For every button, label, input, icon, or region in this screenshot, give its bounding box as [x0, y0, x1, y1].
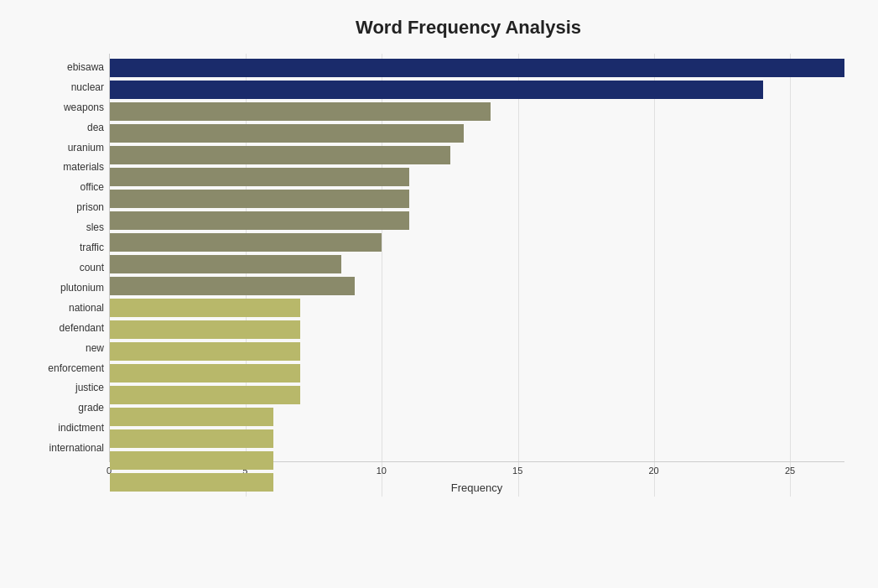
y-label: enforcement	[48, 358, 104, 378]
y-label: dea	[87, 117, 104, 138]
bar	[110, 299, 300, 317]
bar	[110, 59, 844, 77]
bar-row	[110, 122, 844, 144]
y-label: grade	[78, 398, 104, 418]
chart-container: Word Frequency Analysis ebisawanuclearwe…	[0, 0, 878, 588]
bar	[110, 233, 382, 252]
bar	[110, 211, 409, 230]
bar-row	[110, 166, 844, 188]
bar-row	[110, 297, 844, 319]
y-label: defendant	[60, 318, 104, 338]
bar-row	[110, 210, 844, 232]
bar	[110, 386, 300, 404]
bar-row	[110, 450, 844, 471]
bar	[110, 342, 300, 361]
bar	[110, 473, 273, 492]
bar-row	[110, 406, 844, 428]
bar-row	[110, 253, 844, 275]
bar-row	[110, 471, 844, 493]
bar-row	[110, 275, 844, 297]
bar	[110, 408, 273, 426]
bar-row	[110, 362, 844, 384]
chart-title: Word Frequency Analysis	[92, 17, 844, 39]
bar-row	[110, 101, 844, 122]
bar-row	[110, 188, 844, 210]
plot-area	[109, 54, 844, 461]
y-label: traffic	[80, 237, 104, 258]
y-label: ebisawa	[67, 57, 104, 77]
y-label: weapons	[64, 97, 104, 117]
bar	[110, 277, 355, 295]
bar	[110, 81, 763, 99]
bar-row	[110, 428, 844, 450]
bar	[110, 451, 273, 470]
y-label: justice	[75, 378, 104, 398]
y-label: office	[81, 177, 104, 197]
y-label: materials	[63, 158, 104, 178]
bar	[110, 364, 300, 382]
y-label: nuclear	[71, 77, 104, 97]
bar-row	[110, 144, 844, 166]
y-label: sles	[86, 217, 104, 237]
bar	[110, 255, 341, 273]
bar-row	[110, 232, 844, 253]
y-label: prison	[76, 197, 104, 217]
bar-row	[110, 57, 844, 79]
bar	[110, 168, 409, 186]
y-label: new	[86, 338, 104, 358]
bar-row	[110, 79, 844, 101]
y-label: international	[49, 438, 104, 458]
y-label: national	[69, 298, 104, 318]
bar	[110, 190, 409, 208]
bar-row	[110, 384, 844, 406]
y-label: count	[80, 258, 104, 278]
bar	[110, 102, 491, 121]
bar	[110, 146, 450, 164]
bar	[110, 320, 300, 339]
bar-row	[110, 319, 844, 341]
y-label: plutonium	[60, 278, 104, 298]
y-axis: ebisawanuclearweaponsdeauraniummaterials…	[17, 54, 109, 461]
y-label: indictment	[58, 418, 104, 438]
bar-row	[110, 341, 844, 362]
bar	[110, 124, 464, 143]
y-label: uranium	[68, 138, 104, 158]
bar	[110, 429, 273, 448]
